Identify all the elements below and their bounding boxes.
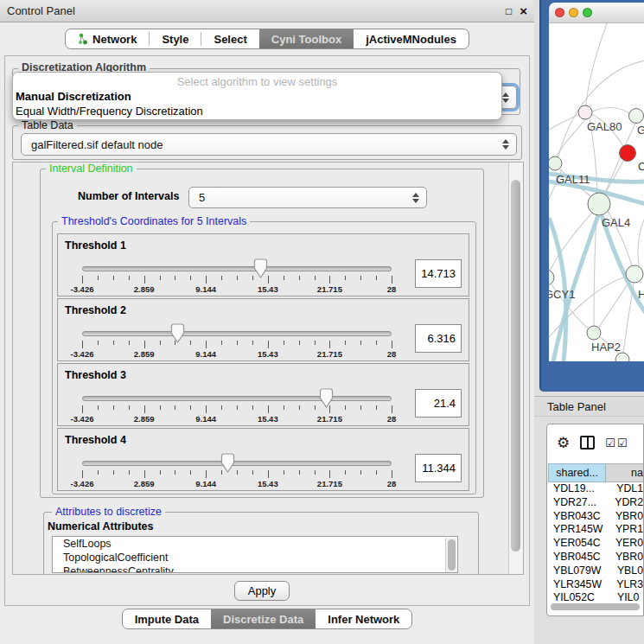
thresholds-group: Threshold's Coordinates for 5 Intervals …: [52, 221, 476, 494]
attribute-list-item[interactable]: BetweennessCentrality: [53, 564, 457, 573]
threshold-value-field[interactable]: 14.713: [415, 259, 462, 288]
bottom-tab-bar: Impute DataDiscretize DataInfer Network: [122, 609, 413, 629]
close-window-icon[interactable]: ×: [520, 4, 527, 17]
numerical-attributes-label: Numerical Attributes: [48, 520, 153, 532]
network-node-GAL80[interactable]: [578, 105, 592, 119]
tab-impute-data[interactable]: Impute Data: [123, 609, 211, 628]
dropdown-option-manual[interactable]: Manual Discretization: [13, 89, 501, 104]
slider-tick-labels: -3.4262.8599.14415.4321.71528: [82, 414, 392, 424]
panel-title: Control Panel: [7, 4, 498, 17]
tab-discretize-data[interactable]: Discretize Data: [211, 609, 316, 628]
interval-definition-group: Interval Definition Number of Intervals …: [40, 169, 484, 498]
network-node-GCY1[interactable]: [549, 270, 554, 285]
threshold-panel-4: Threshold 4-3.4262.8599.14415.4321.71528…: [57, 428, 469, 491]
combo-arrows-icon: [411, 193, 419, 203]
network-edge[interactable]: [599, 281, 629, 327]
network-node-C[interactable]: [620, 145, 636, 162]
network-edge[interactable]: [586, 23, 607, 105]
right-region: GAL80GACGAL11GAL4GCY1HHAP2 Table Panel ⚙…: [534, 0, 644, 644]
network-node-GAL4[interactable]: [588, 193, 610, 215]
cyni-toolbox-content: Discretization Algorithm Select algorith…: [4, 55, 530, 606]
number-of-intervals-select[interactable]: 5: [188, 187, 427, 208]
column-header-shared-name[interactable]: shared...: [548, 463, 606, 482]
tab-cyni-toolbox[interactable]: Cyni Toolbox: [259, 29, 354, 48]
network-edge[interactable]: [638, 216, 644, 266]
group-title-attributes: Attributes to discretize: [52, 506, 165, 518]
network-node-GAL11[interactable]: [549, 156, 562, 170]
table-row[interactable]: YDR27...YDR2: [548, 496, 643, 510]
table-row[interactable]: YIL052CYIL0: [548, 591, 643, 601]
network-canvas[interactable]: GAL80GACGAL11GAL4GCY1HHAP2: [549, 23, 644, 361]
table-row[interactable]: YPR145WYPR1: [548, 523, 643, 537]
table-horizontal-scrollbar[interactable]: [549, 603, 641, 611]
network-node-label: H: [638, 288, 644, 301]
network-node-label: GAL80: [587, 120, 622, 133]
network-node-label: HAP2: [591, 341, 621, 354]
network-node-unnamed[interactable]: [615, 353, 629, 361]
network-edge[interactable]: [549, 114, 579, 130]
threshold-value-field[interactable]: 6.316: [415, 324, 462, 353]
top-tab-bar: NetworkStyleSelectCyni ToolboxjActiveMNo…: [65, 29, 469, 49]
tab-network[interactable]: Network: [66, 29, 149, 48]
table-row[interactable]: YDL19...YDL1: [548, 482, 643, 496]
float-window-icon[interactable]: □: [506, 6, 512, 16]
threshold-slider-track[interactable]: [82, 331, 392, 336]
tab-jactivemnodules[interactable]: jActiveMNodules: [354, 29, 469, 48]
threshold-label: Threshold 4: [65, 434, 126, 446]
threshold-label: Threshold 2: [65, 304, 126, 316]
threshold-slider-thumb[interactable]: [319, 388, 334, 408]
mac-minimize-icon[interactable]: [569, 8, 578, 17]
attribute-list-item[interactable]: SelfLoops: [53, 537, 457, 551]
threshold-slider-thumb[interactable]: [253, 258, 268, 278]
slider-tick-labels: -3.4262.8599.14415.4321.71528: [82, 479, 392, 488]
mac-close-icon[interactable]: [555, 8, 564, 17]
attributes-list-scrollbar[interactable]: [445, 538, 456, 573]
threshold-slider-thumb[interactable]: [170, 323, 185, 343]
threshold-slider-track[interactable]: [82, 461, 392, 466]
threshold-panel-1: Threshold 1-3.4262.8599.14415.4321.71528…: [57, 233, 469, 296]
network-node-GA[interactable]: [629, 109, 644, 124]
table-row[interactable]: YBR043CYBR0: [548, 510, 643, 524]
dropdown-option-equal-width[interactable]: Equal Width/Frequency Discretization: [13, 104, 501, 118]
slider-tick-labels: -3.4262.8599.14415.4321.71528: [82, 284, 392, 294]
threshold-slider-track[interactable]: [82, 396, 392, 401]
threshold-label: Threshold 1: [65, 239, 126, 252]
column-header-name[interactable]: na: [606, 463, 643, 482]
select-checked-icon-2[interactable]: ☑: [617, 437, 628, 449]
network-edge[interactable]: [592, 108, 629, 113]
table-panel-titlebar: Table Panel: [534, 396, 644, 417]
table-data-select[interactable]: galFiltered.sif default node: [21, 133, 517, 156]
network-node-H[interactable]: [626, 265, 643, 283]
group-title-thresholds: Threshold's Coordinates for 5 Intervals: [58, 215, 250, 227]
table-row[interactable]: YER054CYER0: [548, 537, 643, 551]
slider-tick-marks: [82, 341, 392, 348]
threshold-slider-thumb[interactable]: [220, 453, 235, 473]
network-edge[interactable]: [557, 119, 585, 156]
attribute-list-item[interactable]: TopologicalCoefficient: [53, 551, 457, 564]
settings-panel-scrollbar[interactable]: [508, 163, 523, 574]
table-row[interactable]: YBL079WYBL0: [548, 564, 643, 578]
network-window-titlebar[interactable]: [549, 3, 644, 23]
attributes-group: Attributes to discretize Numerical Attri…: [43, 512, 479, 575]
slider-tick-marks: [82, 470, 392, 478]
mac-zoom-icon[interactable]: [583, 8, 592, 17]
threshold-value-field[interactable]: 11.344: [415, 454, 462, 482]
tab-style[interactable]: Style: [150, 29, 201, 48]
threshold-slider-track[interactable]: [82, 266, 392, 271]
tab-infer-network[interactable]: Infer Network: [316, 609, 411, 628]
network-view-window[interactable]: GAL80GACGAL11GAL4GCY1HHAP2: [539, 0, 644, 392]
network-node-HAP2[interactable]: [587, 326, 601, 340]
table-row[interactable]: YLR345WYLR3: [548, 578, 643, 592]
split-columns-icon[interactable]: [580, 436, 595, 450]
select-checked-icon[interactable]: ☑: [605, 437, 615, 449]
threshold-value-field[interactable]: 21.4: [415, 389, 462, 418]
network-node-label: GAL11: [556, 173, 590, 186]
apply-button[interactable]: Apply: [234, 581, 290, 601]
dropdown-hint: Select algorithm to view settings: [13, 74, 501, 89]
numerical-attributes-list[interactable]: SelfLoopsTopologicalCoefficientBetweenne…: [52, 536, 458, 573]
algorithm-dropdown-popup: Select algorithm to view settings Manual…: [12, 72, 502, 120]
table-panel-window: ⚙ ☑ ☑ shared... na YDL19...YDL1YDR27...Y…: [546, 424, 644, 616]
table-row[interactable]: YBR045CYBR0: [548, 551, 643, 564]
settings-gear-icon[interactable]: ⚙: [557, 436, 570, 450]
tab-select[interactable]: Select: [201, 29, 258, 48]
